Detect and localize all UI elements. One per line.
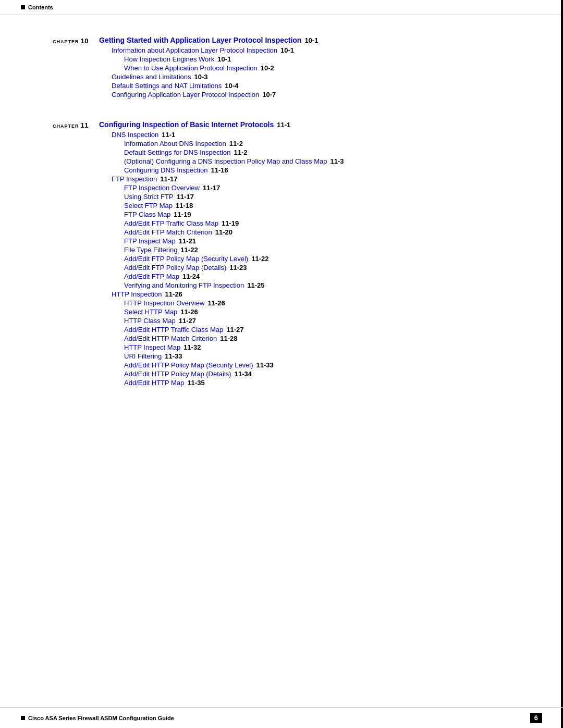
chapter-11-entry-5-page: 11-17 [160,175,177,183]
chapter-11-entry-26-link[interactable]: Add/Edit HTTP Policy Map (Security Level… [124,361,253,369]
chapter-11-entry-27-link[interactable]: Add/Edit HTTP Policy Map (Details) [124,370,231,378]
chapter-11-entry-27-page: 11-34 [235,370,252,378]
chapter-11-label: CHAPTER 11 [31,120,89,388]
chapter-11-entry-15-page: 11-23 [229,264,247,272]
chapter-11-entry-28-page: 11-35 [187,379,204,387]
chapter-10-entry-5-link[interactable]: Configuring Application Layer Protocol I… [112,91,259,98]
chapter-11-entry-28-link[interactable]: Add/Edit HTTP Map [124,379,184,387]
chapter-11-entry-1: Information About DNS Inspection11-2 [99,140,532,147]
chapter-11-entry-3-page: 11-3 [330,157,344,165]
chapter-11-entry-6-link[interactable]: FTP Inspection Overview [124,184,200,192]
chapter-11-entry-23-page: 11-28 [220,335,237,342]
chapter-10-title-link[interactable]: Getting Started with Application Layer P… [99,36,301,44]
chapter-11-entry-21-page: 11-27 [179,317,196,325]
chapter-11-entry-23-link[interactable]: Add/Edit HTTP Match Criterion [124,335,217,342]
chapter-11-entry-8-link[interactable]: Select FTP Map [124,202,173,209]
footer-page-number: 6 [530,713,542,723]
chapter-10-entry-4-page: 10-4 [225,82,238,90]
chapter-11-entry-12: FTP Inspect Map11-21 [99,237,532,245]
chapter-11-entry-3: (Optional) Configuring a DNS Inspection … [99,157,532,165]
chapter-11-entry-10: Add/Edit FTP Traffic Class Map11-19 [99,219,532,227]
chapter-11-entry-26-page: 11-33 [256,361,274,369]
chapter-11-entry-19-link[interactable]: HTTP Inspection Overview [124,299,204,307]
chapter-11-entry-14-link[interactable]: Add/Edit FTP Policy Map (Security Level) [124,255,248,263]
page-footer: Cisco ASA Series Firewall ASDM Configura… [0,707,563,728]
chapter-11-entry-19-page: 11-26 [207,299,225,307]
chapter-11-entry-22-page: 11-27 [226,326,243,334]
chapter-11-entry-20: Select HTTP Map11-26 [99,308,532,316]
header-square-icon [21,5,25,9]
footer-left: Cisco ASA Series Firewall ASDM Configura… [21,715,174,721]
chapter-11-entry-4-page: 11-16 [211,166,228,174]
chapter-10-title-row: Getting Started with Application Layer P… [99,36,532,44]
chapter-11-entry-25: URI Filtering11-33 [99,352,532,360]
chapter-10-entry-3-page: 10-3 [194,73,207,81]
header-contents-label: Contents [21,4,53,10]
chapter-10-entry-1: How Inspection Engines Work10-1 [99,55,532,63]
chapter-11-entry-27: Add/Edit HTTP Policy Map (Details)11-34 [99,370,532,378]
chapter-11-entry-6-page: 11-17 [203,184,220,192]
chapter-11-entry-13-page: 11-22 [180,246,198,254]
chapter-11-entry-7-link[interactable]: Using Strict FTP [124,193,174,201]
chapter-11-entry-20-link[interactable]: Select HTTP Map [124,308,177,316]
chapter-11-entry-21: HTTP Class Map11-27 [99,317,532,325]
chapter-11-entry-11: Add/Edit FTP Match Criterion11-20 [99,228,532,236]
chapter-11-entry-9-link[interactable]: FTP Class Map [124,211,170,218]
chapter-11-entry-0-link[interactable]: DNS Inspection [112,131,158,139]
chapter-11-entry-12-link[interactable]: FTP Inspect Map [124,237,176,245]
chapter-11-entry-17-link[interactable]: Verifying and Monitoring FTP Inspection [124,281,244,289]
chapter-11-entry-6: FTP Inspection Overview11-17 [99,184,532,192]
chapter-11-entry-15-link[interactable]: Add/Edit FTP Policy Map (Details) [124,264,226,272]
chapter-11-entry-13-link[interactable]: File Type Filtering [124,246,177,254]
chapter-10-entry-0-link[interactable]: Information about Application Layer Prot… [112,46,277,54]
chapter-11-entry-16: Add/Edit FTP Map11-24 [99,273,532,280]
chapter-11-entry-14: Add/Edit FTP Policy Map (Security Level)… [99,255,532,263]
chapter-11-entry-9: FTP Class Map11-19 [99,211,532,218]
chapter-11-entry-4-link[interactable]: Configuring DNS Inspection [124,166,207,174]
chapter-10-section: CHAPTER 10Getting Started with Applicati… [31,36,532,100]
chapter-10-entry-2: When to Use Application Protocol Inspect… [99,64,532,72]
chapter-11-entry-21-link[interactable]: HTTP Class Map [124,317,176,325]
chapter-10-entry-2-link[interactable]: When to Use Application Protocol Inspect… [124,64,258,72]
chapter-10-entry-1-link[interactable]: How Inspection Engines Work [124,55,214,63]
chapter-11-entry-10-link[interactable]: Add/Edit FTP Traffic Class Map [124,219,218,227]
chapter-11-entry-1-link[interactable]: Information About DNS Inspection [124,140,226,147]
chapter-10-entry-2-page: 10-2 [261,64,274,72]
chapter-11-entry-4: Configuring DNS Inspection11-16 [99,166,532,174]
chapter-11-entry-22-link[interactable]: Add/Edit HTTP Traffic Class Map [124,326,223,334]
main-content: CHAPTER 10Getting Started with Applicati… [0,15,563,450]
chapter-11-entry-7: Using Strict FTP11-17 [99,193,532,201]
chapter-11-entry-11-link[interactable]: Add/Edit FTP Match Criterion [124,228,212,236]
chapter-11-entry-28: Add/Edit HTTP Map11-35 [99,379,532,387]
chapter-11-entry-0-page: 11-1 [162,131,175,139]
chapter-11-entry-12-page: 11-21 [179,237,196,245]
chapter-11-entry-1-page: 11-2 [229,140,243,147]
chapter-11-entry-5: FTP Inspection11-17 [99,175,532,183]
chapter-11-entry-16-page: 11-24 [182,273,200,280]
chapter-11-entry-2-link[interactable]: Default Settings for DNS Inspection [124,149,231,156]
chapter-10-content: Getting Started with Application Layer P… [99,36,532,100]
chapter-11-entry-23: Add/Edit HTTP Match Criterion11-28 [99,335,532,342]
chapter-11-entry-22: Add/Edit HTTP Traffic Class Map11-27 [99,326,532,334]
chapter-10-entry-3-link[interactable]: Guidelines and Limitations [112,73,191,81]
chapter-11-entry-0: DNS Inspection11-1 [99,131,532,139]
chapter-10-entry-5: Configuring Application Layer Protocol I… [99,91,532,98]
chapter-11-entry-24-link[interactable]: HTTP Inspect Map [124,343,180,351]
chapter-10-entry-4-link[interactable]: Default Settings and NAT Limitations [112,82,222,90]
chapter-11-title-page: 11-1 [277,121,290,129]
chapter-10-entry-5-page: 10-7 [262,91,276,98]
chapter-11-entry-2-page: 11-2 [234,149,248,156]
chapter-11-content: Configuring Inspection of Basic Internet… [99,120,532,388]
chapter-11-entry-20-page: 11-26 [180,308,198,316]
chapter-11-entry-18-link[interactable]: HTTP Inspection [112,290,162,298]
right-border [561,0,563,728]
chapter-11-title-link[interactable]: Configuring Inspection of Basic Internet… [99,120,274,129]
chapter-11-entry-19: HTTP Inspection Overview11-26 [99,299,532,307]
chapter-11-entry-3-link[interactable]: (Optional) Configuring a DNS Inspection … [124,157,327,165]
chapter-11-entry-16-link[interactable]: Add/Edit FTP Map [124,273,179,280]
chapter-11-entry-25-link[interactable]: URI Filtering [124,352,162,360]
chapter-11-entry-5-link[interactable]: FTP Inspection [112,175,157,183]
page-header: Contents [0,0,563,15]
chapter-11-entry-18: HTTP Inspection11-26 [99,290,532,298]
chapter-10-entry-4: Default Settings and NAT Limitations10-4 [99,82,532,90]
